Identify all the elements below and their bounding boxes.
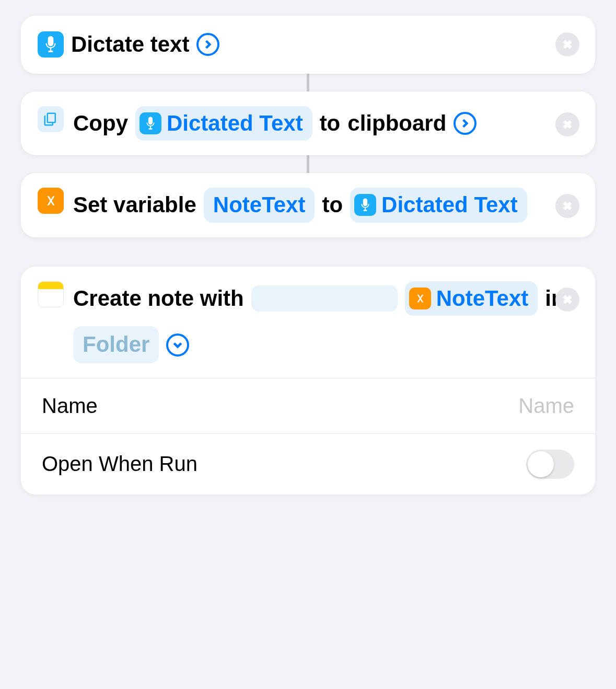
token-label: Dictated Text	[167, 109, 303, 138]
token-label: NoteText	[213, 191, 306, 220]
dictated-text-token[interactable]: Dictated Text	[350, 188, 527, 223]
action-dictate-text: Dictate text	[21, 16, 595, 74]
remove-action-button[interactable]	[555, 112, 579, 136]
folder-placeholder-token[interactable]: Folder	[73, 326, 159, 363]
param-name-row[interactable]: Name Name	[21, 378, 595, 433]
variable-icon	[409, 288, 431, 309]
microphone-icon	[38, 31, 64, 58]
token-label: Dictated Text	[381, 191, 518, 220]
copy-icon	[38, 106, 64, 132]
createnote-prefix: Create note with	[73, 284, 244, 313]
remove-action-button[interactable]	[555, 194, 579, 218]
notes-app-icon	[38, 281, 64, 307]
setvar-prefix: Set variable	[73, 191, 196, 220]
action-set-variable: Set variable NoteText to Dictated Text	[21, 173, 595, 237]
connector-line	[307, 74, 309, 91]
copy-suffix: clipboard	[347, 109, 446, 138]
placeholder-label: Folder	[83, 330, 149, 359]
param-open-label: Open When Run	[42, 452, 197, 476]
microphone-icon	[354, 194, 376, 216]
action-create-note: Create note with NoteText in Folder	[21, 267, 595, 495]
variable-icon	[38, 188, 64, 214]
variable-name-token[interactable]: NoteText	[204, 188, 315, 223]
connector-line	[307, 155, 309, 173]
copy-prefix: Copy	[73, 109, 128, 138]
note-body-input[interactable]	[251, 285, 398, 312]
remove-action-button[interactable]	[555, 32, 579, 56]
copy-middle: to	[320, 109, 341, 138]
open-when-run-toggle[interactable]	[526, 450, 574, 479]
remove-action-button[interactable]	[555, 288, 579, 312]
param-name-placeholder: Name	[518, 394, 574, 418]
param-name-label: Name	[42, 394, 98, 418]
microphone-icon	[140, 112, 161, 134]
action-title: Dictate text	[71, 30, 189, 59]
notetext-variable-token[interactable]: NoteText	[405, 281, 538, 316]
setvar-middle: to	[322, 191, 343, 220]
expand-icon[interactable]	[196, 33, 219, 56]
dictated-text-token[interactable]: Dictated Text	[135, 106, 312, 141]
action-copy-clipboard: Copy Dictated Text to clipboard	[21, 91, 595, 156]
param-open-row: Open When Run	[21, 433, 595, 495]
collapse-icon[interactable]	[166, 334, 189, 357]
expand-icon[interactable]	[454, 112, 476, 135]
token-label: NoteText	[436, 284, 529, 313]
